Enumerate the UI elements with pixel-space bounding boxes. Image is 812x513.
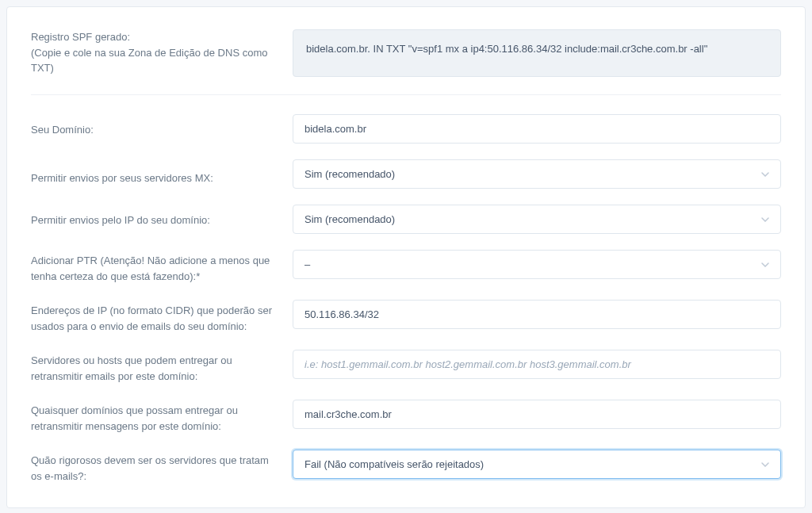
- row-ptr: Adicionar PTR (Atenção! Não adicione a m…: [31, 250, 781, 284]
- spf-output-field: bidela.com.br. IN TXT "v=spf1 mx a ip4:5…: [293, 29, 781, 77]
- domain-label: Seu Domínio:: [31, 114, 293, 138]
- chevron-down-icon: [761, 172, 769, 177]
- row-allow-mx: Permitir envios por seus servidores MX: …: [31, 159, 781, 189]
- chevron-down-icon: [761, 462, 769, 467]
- chevron-down-icon: [761, 262, 769, 267]
- domain-input[interactable]: [293, 114, 781, 144]
- ptr-select[interactable]: –: [293, 250, 781, 279]
- row-domain: Seu Domínio:: [31, 114, 781, 144]
- strictness-selected: Fail (Não compatíveis serão rejeitados): [304, 458, 484, 470]
- cidr-input[interactable]: [293, 300, 781, 329]
- cidr-label: Endereços de IP (no formato CIDR) que po…: [31, 300, 293, 334]
- chevron-down-icon: [761, 217, 769, 222]
- allow-domain-ip-selected: Sim (recomendado): [304, 213, 395, 225]
- row-allow-domain-ip: Permitir envios pelo IP do seu domínio: …: [31, 205, 781, 234]
- row-hosts: Servidores ou hosts que podem entregar o…: [31, 350, 781, 384]
- spf-output-label-line2: (Copie e cole na sua Zona de Edição de D…: [31, 45, 277, 76]
- hosts-input[interactable]: [293, 350, 781, 379]
- allow-domain-ip-select[interactable]: Sim (recomendado): [293, 205, 781, 234]
- row-cidr: Endereços de IP (no formato CIDR) que po…: [31, 300, 781, 334]
- allow-mx-select[interactable]: Sim (recomendado): [293, 159, 781, 189]
- ptr-selected: –: [304, 258, 310, 270]
- spf-output-label: Registro SPF gerado: (Copie e cole na su…: [31, 29, 293, 76]
- row-include-domains: Quaisquer domínios que possam entregar o…: [31, 400, 781, 434]
- spf-output-label-line1: Registro SPF gerado:: [31, 29, 277, 45]
- row-strictness: Quão rigorosos devem ser os servidores q…: [31, 450, 781, 484]
- strictness-select[interactable]: Fail (Não compatíveis serão rejeitados): [293, 450, 781, 479]
- allow-mx-selected: Sim (recomendado): [304, 168, 395, 180]
- include-domains-label: Quaisquer domínios que possam entregar o…: [31, 400, 293, 434]
- row-spf-output: Registro SPF gerado: (Copie e cole na su…: [31, 29, 781, 77]
- allow-domain-ip-label: Permitir envios pelo IP do seu domínio:: [31, 205, 293, 228]
- include-domains-input[interactable]: [293, 400, 781, 429]
- divider: [31, 94, 781, 95]
- spf-output-box: bidela.com.br. IN TXT "v=spf1 mx a ip4:5…: [293, 29, 781, 77]
- ptr-label: Adicionar PTR (Atenção! Não adicione a m…: [31, 250, 293, 284]
- hosts-label: Servidores ou hosts que podem entregar o…: [31, 350, 293, 384]
- spf-form-panel: Registro SPF gerado: (Copie e cole na su…: [6, 6, 806, 508]
- strictness-label: Quão rigorosos devem ser os servidores q…: [31, 450, 293, 484]
- allow-mx-label: Permitir envios por seus servidores MX:: [31, 159, 293, 186]
